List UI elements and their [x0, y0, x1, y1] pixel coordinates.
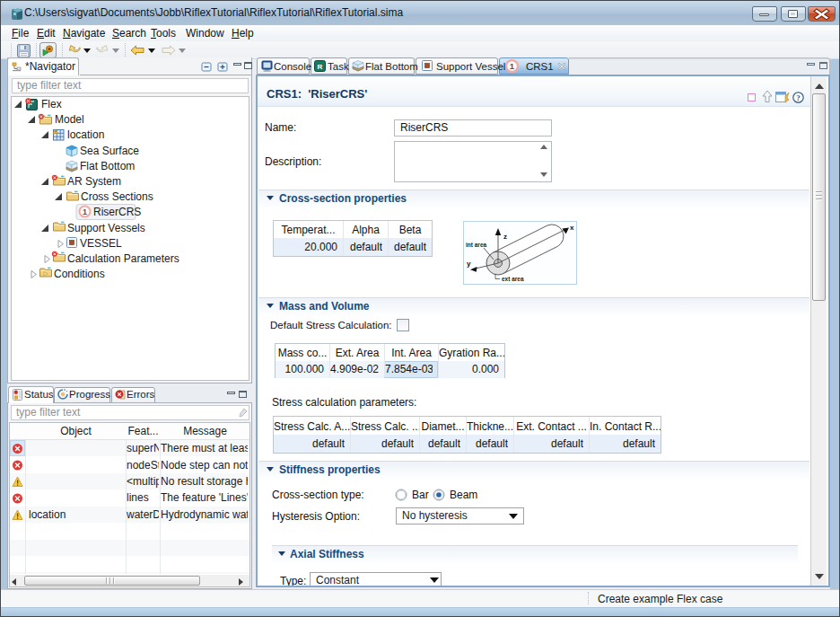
svg-text:z: z: [503, 233, 507, 241]
svg-text:y: y: [467, 260, 471, 268]
svg-text:ext area: ext area: [502, 276, 524, 282]
svg-text:R: R: [318, 63, 323, 71]
svg-text:1: 1: [83, 207, 87, 216]
svg-text:x: x: [570, 224, 574, 232]
svg-text:int area: int area: [466, 242, 487, 248]
svg-text:1: 1: [510, 61, 515, 71]
svg-text:?: ?: [796, 93, 801, 102]
